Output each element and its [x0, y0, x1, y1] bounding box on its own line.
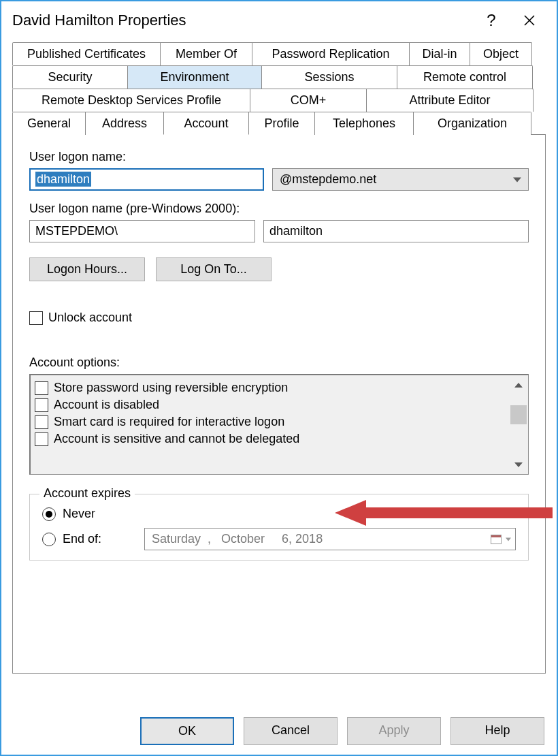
scroll-up-button[interactable] — [509, 375, 528, 394]
user-logon-name-input[interactable]: dhamilton — [29, 168, 264, 191]
nt-domain-field: MSTEPDEMO\ — [29, 220, 255, 242]
properties-window: David Hamilton Properties ? Published Ce… — [0, 0, 558, 756]
window-title: David Hamilton Properties — [12, 12, 472, 29]
log-on-to-button[interactable]: Log On To... — [156, 257, 272, 281]
chevron-down-icon — [513, 177, 521, 182]
tab-row: Security Environment Sessions Remote con… — [12, 65, 546, 89]
scroll-thumb[interactable] — [510, 405, 527, 424]
expires-end-of-label: End of: — [63, 532, 137, 546]
scroll-down-button[interactable] — [509, 455, 528, 474]
sensitive-no-delegation-checkbox[interactable] — [35, 432, 48, 446]
tab-password-replication[interactable]: Password Replication — [252, 42, 410, 65]
tab-remote-desktop-profile[interactable]: Remote Desktop Services Profile — [12, 89, 250, 112]
svg-marker-0 — [335, 500, 553, 526]
tab-published-certificates[interactable]: Published Certificates — [12, 42, 161, 65]
tab-organization[interactable]: Organization — [413, 112, 531, 135]
option-label: Account is sensitive and cannot be deleg… — [54, 432, 299, 446]
annotation-arrow-icon — [335, 496, 558, 530]
option-label: Smart card is required for interactive l… — [54, 415, 284, 429]
cancel-button[interactable]: Cancel — [244, 717, 338, 745]
calendar-icon — [491, 535, 502, 544]
tab-com-plus[interactable]: COM+ — [250, 89, 367, 112]
unlock-account-checkbox[interactable] — [29, 311, 43, 325]
user-logon-name-label: User logon name: — [29, 150, 529, 164]
tab-environment[interactable]: Environment — [127, 65, 262, 89]
logon-hours-button[interactable]: Logon Hours... — [29, 257, 145, 281]
tab-remote-control[interactable]: Remote control — [397, 65, 533, 89]
reversible-encryption-checkbox[interactable] — [35, 381, 48, 395]
option-label: Store password using reversible encrypti… — [54, 381, 288, 395]
tab-sessions[interactable]: Sessions — [261, 65, 397, 89]
dialog-button-row: OK Cancel Apply Help — [140, 717, 544, 745]
upn-suffix-value: @mstepdemo.net — [280, 172, 376, 186]
apply-button[interactable]: Apply — [347, 717, 441, 745]
tab-security[interactable]: Security — [12, 65, 128, 89]
tab-profile[interactable]: Profile — [248, 112, 315, 135]
expires-never-radio[interactable] — [42, 507, 56, 521]
tab-account[interactable]: Account — [163, 112, 249, 135]
close-titlebar-button[interactable] — [510, 6, 548, 35]
expires-date-picker[interactable]: Saturday , October 6, 2018 — [144, 528, 516, 550]
tab-attribute-editor[interactable]: Attribute Editor — [366, 89, 534, 112]
account-options-list: Store password using reversible encrypti… — [29, 374, 529, 475]
tab-object[interactable]: Object — [470, 42, 532, 65]
title-bar: David Hamilton Properties ? — [1, 1, 557, 40]
expires-never-label: Never — [63, 507, 95, 521]
tab-row: Remote Desktop Services Profile COM+ Att… — [12, 89, 546, 112]
account-options-label: Account options: — [29, 356, 529, 370]
pre-windows-label: User logon name (pre-Windows 2000): — [29, 202, 529, 216]
help-button[interactable]: Help — [450, 717, 544, 745]
sam-account-name-input[interactable]: dhamilton — [263, 220, 529, 242]
user-logon-name-value: dhamilton — [35, 172, 91, 187]
tab-strip: Published Certificates Member Of Passwor… — [12, 42, 546, 135]
chevron-up-icon — [514, 383, 523, 388]
ok-button[interactable]: OK — [140, 717, 234, 745]
chevron-down-icon — [514, 462, 523, 467]
tab-general[interactable]: General — [12, 112, 86, 135]
expires-date-value: Saturday , October 6, 2018 — [152, 532, 323, 546]
tab-telephones[interactable]: Telephones — [314, 112, 414, 135]
smartcard-required-checkbox[interactable] — [35, 415, 48, 429]
account-disabled-checkbox[interactable] — [35, 398, 48, 412]
tab-member-of[interactable]: Member Of — [160, 42, 252, 65]
tab-row: General Address Account Profile Telephon… — [12, 112, 546, 135]
account-tab-content: User logon name: dhamilton @mstepdemo.ne… — [12, 134, 546, 674]
tab-dial-in[interactable]: Dial-in — [409, 42, 470, 65]
close-icon — [523, 14, 536, 27]
expires-end-of-radio[interactable] — [42, 533, 56, 546]
account-expires-legend: Account expires — [39, 486, 135, 501]
upn-suffix-dropdown[interactable]: @mstepdemo.net — [272, 168, 529, 191]
account-options-inner: Store password using reversible encrypti… — [31, 375, 509, 474]
tab-address[interactable]: Address — [85, 112, 164, 135]
tab-row: Published Certificates Member Of Passwor… — [12, 42, 546, 65]
scroll-track[interactable] — [509, 394, 528, 455]
help-titlebar-button[interactable]: ? — [472, 6, 510, 35]
chevron-down-icon — [506, 537, 511, 541]
option-label: Account is disabled — [54, 398, 159, 412]
account-options-scrollbar[interactable] — [509, 375, 528, 474]
unlock-account-label: Unlock account — [48, 311, 132, 325]
